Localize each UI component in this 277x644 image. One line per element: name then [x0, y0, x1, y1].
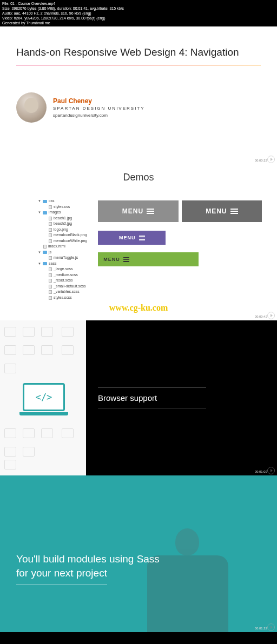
file-icon [43, 245, 47, 249]
menu-label: MENU [206, 207, 227, 215]
meta-file: File: 01 - Course Overview.mp4 [2, 1, 275, 6]
hero-text: You'll build modules using Sass for your… [16, 552, 160, 585]
panel-sass-modules: You'll build modules using Sass for your… [0, 475, 277, 632]
demos-title: Demos [0, 164, 277, 183]
meta-video: Video: h264, yuv420p, 1280x720, 214 kb/s… [2, 16, 275, 21]
hero-line2: for your next project [16, 566, 107, 585]
tree-file: _variables.scss [54, 289, 80, 295]
tree-file: menuToggle.js [54, 255, 78, 261]
file-icon [49, 222, 52, 226]
menu-demo-3: MENU [98, 231, 166, 245]
course-title: Hands-on Responsive Web Design 4: Naviga… [16, 46, 261, 59]
menu-demo-1: MENU [98, 200, 178, 222]
file-icon [49, 239, 52, 243]
tree-file: _small-default.scss [54, 284, 86, 290]
folder-icon [43, 251, 47, 254]
tree-folder-js: js [49, 250, 51, 256]
timestamp: 00:00:42 [255, 315, 267, 318]
meta-audio: Audio: aac, 44100 Hz, 2 channels, s16, 9… [2, 11, 275, 16]
file-icon [49, 256, 52, 260]
author-name: Paul Cheney [53, 97, 145, 105]
author-url: spartandesignuniversity.com [53, 113, 145, 118]
file-icon [49, 279, 52, 283]
timestamp: 00:01:02 [255, 470, 267, 473]
hamburger-icon [147, 209, 154, 214]
play-icon[interactable] [267, 623, 275, 631]
background-illustration [153, 497, 261, 627]
file-icon [49, 205, 52, 209]
menu-label: MENU [122, 207, 143, 215]
file-icon [49, 233, 52, 237]
tree-file: _medium.scss [54, 272, 78, 278]
menu-label: MENU [119, 235, 136, 240]
tree-file: styles.scss [54, 295, 72, 301]
tree-file: menuIconBlack.png [54, 232, 87, 238]
author-block: Paul Cheney SPARTAN DESIGN UNIVERSITY sp… [16, 92, 261, 123]
hamburger-icon [139, 236, 145, 240]
folder-icon [43, 200, 47, 203]
metadata-block: File: 01 - Course Overview.mp4 Size: 398… [0, 0, 277, 26]
tree-file: index.html [48, 244, 65, 250]
file-icon [49, 285, 52, 289]
tree-file: menuIconWhite.png [54, 238, 87, 244]
file-icon [49, 290, 52, 294]
hero-line1: You'll build modules using Sass [16, 552, 160, 566]
menu-demo-2: MENU [182, 200, 262, 222]
code-icon: </> [23, 383, 65, 411]
tree-file: _reset.scss [54, 278, 72, 284]
meta-size: Size: 3982076 bytes (3.80 MiB), duration… [2, 6, 275, 11]
file-icon [49, 228, 52, 232]
folder-icon [43, 262, 47, 265]
tree-file: beach1.jpg [54, 216, 72, 222]
file-icon [49, 217, 52, 220]
tree-file: logo.png [54, 227, 68, 233]
tree-folder-sass: sass [49, 261, 56, 267]
divider [16, 65, 261, 65]
timestamp: 00:00:22 [255, 159, 267, 162]
panel-browser-support: </> Browser support 00:01:02 [0, 320, 277, 475]
tree-file: styles.css [54, 204, 70, 210]
avatar [16, 92, 47, 123]
tree-file: beach2.jpg [54, 221, 72, 227]
panel-title-slide: Hands-on Responsive Web Design 4: Naviga… [0, 26, 277, 164]
menu-demos: MENU MENU MENU MENU [98, 198, 262, 300]
section-title: Browser support [98, 387, 206, 408]
hamburger-icon [230, 209, 238, 214]
menu-demo-4: MENU [98, 252, 199, 266]
side-illustration: </> [0, 320, 86, 475]
panel-demos: Demos ▼css styles.css ▼images beach1.jpg… [0, 164, 277, 320]
tree-file: _large.scss [54, 266, 72, 272]
hamburger-icon [123, 257, 129, 262]
play-icon[interactable] [267, 156, 275, 163]
timestamp: 00:01:22 [255, 627, 267, 630]
file-icon [49, 267, 52, 271]
play-icon[interactable] [267, 312, 275, 319]
file-icon [49, 296, 52, 300]
author-org: SPARTAN DESIGN UNIVERSITY [53, 106, 145, 111]
tree-folder-images: images [49, 210, 61, 216]
folder-icon [43, 211, 47, 214]
file-icon [49, 273, 52, 277]
menu-label: MENU [103, 257, 120, 262]
panel-content: Browser support [86, 320, 277, 475]
meta-generator: Generated by Thumbnail me [2, 21, 275, 25]
watermark: www.cg-ku.com [109, 303, 168, 313]
tree-folder-css: css [49, 198, 55, 204]
laptop-icon: </> [19, 383, 68, 415]
file-tree: ▼css styles.css ▼images beach1.jpg beach… [38, 198, 87, 300]
